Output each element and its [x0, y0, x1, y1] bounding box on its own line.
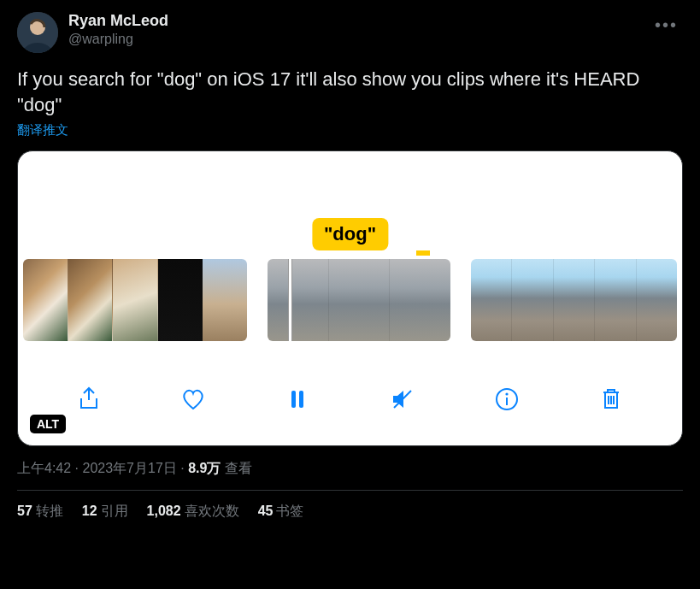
video-timeline[interactable]: [18, 259, 682, 341]
bookmarks-count: 45: [258, 504, 274, 518]
trash-icon[interactable]: [594, 382, 628, 416]
likes-label: 喜欢次数: [185, 504, 239, 518]
tweet-text: If you search for "dog" on iOS 17 it'll …: [17, 67, 683, 117]
tweet-date: 2023年7月17日: [82, 461, 176, 475]
translate-link[interactable]: 翻译推文: [17, 122, 68, 138]
likes-stat[interactable]: 1,082喜欢次数: [147, 503, 239, 521]
tweet-time: 上午4:42: [17, 461, 71, 475]
views-label: 查看: [225, 461, 252, 475]
video-frame: [637, 259, 677, 341]
quotes-count: 12: [82, 504, 97, 518]
media-attachment[interactable]: "dog": [17, 150, 683, 446]
caption-position-marker: [416, 250, 430, 256]
svg-point-6: [505, 393, 508, 396]
clip-group[interactable]: [23, 259, 247, 341]
video-frame: [203, 259, 247, 341]
info-icon[interactable]: [490, 382, 524, 416]
clip-group[interactable]: [268, 259, 450, 341]
views-count: 8.9万: [188, 461, 221, 475]
reposts-count: 57: [17, 504, 32, 518]
video-frame: [554, 259, 595, 341]
video-frame: [390, 259, 450, 341]
heart-icon[interactable]: [176, 382, 210, 416]
author-handle: @warpling: [68, 31, 639, 47]
author-display-name: Ryan McLeod: [68, 12, 639, 31]
reposts-label: 转推: [36, 504, 63, 518]
video-frame: [595, 259, 636, 341]
video-frame: [329, 259, 391, 341]
video-frame: [23, 259, 68, 341]
video-frame: [158, 259, 203, 341]
stats-row: 57转推 12引用 1,082喜欢次数 45书签: [17, 491, 683, 521]
tweet-meta[interactable]: 上午4:42 · 2023年7月17日 · 8.9万 查看: [17, 460, 683, 478]
svg-rect-3: [299, 391, 303, 408]
playhead[interactable]: [288, 259, 292, 341]
quotes-stat[interactable]: 12引用: [82, 503, 128, 521]
bookmarks-stat[interactable]: 45书签: [258, 503, 304, 521]
video-frame: [471, 259, 512, 341]
quotes-label: 引用: [101, 504, 128, 518]
video-frame: [512, 259, 553, 341]
likes-count: 1,082: [147, 504, 181, 518]
clip-group[interactable]: [471, 259, 677, 341]
author-name-block[interactable]: Ryan McLeod @warpling: [68, 12, 639, 47]
more-options-icon[interactable]: •••: [650, 12, 683, 38]
alt-text-badge[interactable]: ALT: [30, 415, 66, 433]
share-icon[interactable]: [72, 382, 106, 416]
svg-rect-2: [291, 391, 296, 408]
video-frame: [68, 259, 114, 341]
avatar[interactable]: [17, 12, 58, 53]
mute-icon[interactable]: [385, 382, 420, 416]
media-toolbar: [18, 374, 682, 425]
pause-icon[interactable]: [280, 382, 315, 416]
reposts-stat[interactable]: 57转推: [17, 503, 63, 521]
tweet-header: Ryan McLeod @warpling •••: [17, 12, 683, 53]
speech-caption-bubble: "dog": [312, 218, 388, 250]
video-frame: [268, 259, 329, 341]
video-frame: [113, 259, 158, 341]
tweet-container: Ryan McLeod @warpling ••• If you search …: [0, 0, 700, 521]
bookmarks-label: 书签: [276, 504, 303, 518]
